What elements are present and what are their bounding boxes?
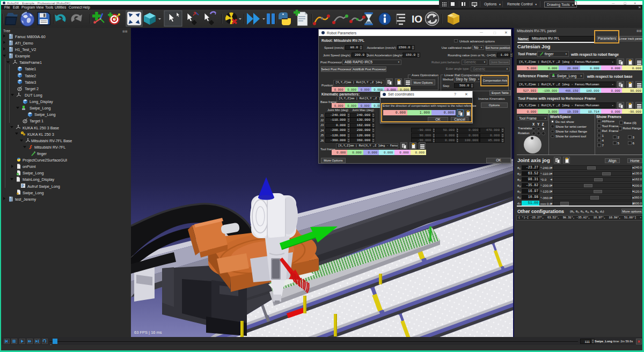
svg-text:IO: IO — [412, 13, 422, 25]
